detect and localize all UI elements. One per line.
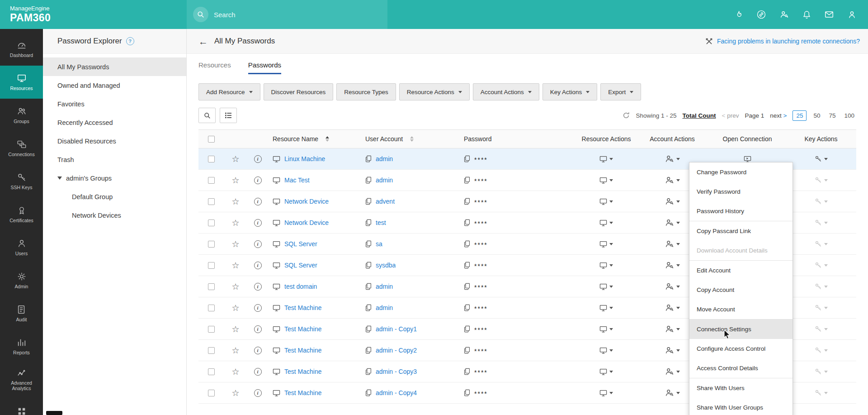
page-size-100[interactable]: 100	[842, 111, 856, 120]
prev-page-button[interactable]: < prev	[722, 112, 739, 119]
menu-item-copy-account[interactable]: Copy Account	[689, 280, 793, 300]
user-account-link[interactable]: sa	[376, 240, 382, 248]
column-header-user-account[interactable]: User Account	[361, 135, 459, 143]
info-icon[interactable]: i	[254, 368, 262, 376]
explorer-item-network-devices[interactable]: Network Devices	[43, 206, 186, 224]
user-account-link[interactable]: admin	[376, 176, 393, 184]
info-icon[interactable]: i	[254, 240, 262, 248]
row-checkbox[interactable]	[208, 156, 215, 162]
info-icon[interactable]: i	[254, 389, 262, 397]
key-actions-dropdown[interactable]	[815, 389, 828, 396]
account-actions-dropdown[interactable]	[665, 197, 680, 206]
favorite-star-icon[interactable]: ☆	[231, 240, 239, 248]
sidebar-item-reports[interactable]: Reports	[0, 330, 43, 363]
resource-name-link[interactable]: Network Device	[284, 198, 329, 205]
page-size-50[interactable]: 50	[811, 111, 822, 120]
account-actions-dropdown[interactable]	[665, 324, 680, 334]
row-checkbox[interactable]	[208, 241, 215, 248]
resource-actions-dropdown[interactable]	[599, 177, 613, 184]
menu-item-password-history[interactable]: Password History	[689, 201, 793, 221]
user-account-link[interactable]: test	[376, 219, 386, 226]
explorer-item-owned-and-managed[interactable]: Owned and Managed	[43, 76, 186, 95]
sort-arrows-icon[interactable]	[326, 136, 329, 142]
favorite-star-icon[interactable]: ☆	[231, 176, 239, 185]
user-account-link[interactable]: admin - Copy2	[376, 347, 417, 354]
menu-item-connection-settings[interactable]: Connection Settings	[689, 320, 793, 339]
row-checkbox[interactable]	[208, 219, 215, 226]
sort-arrows-icon[interactable]	[410, 136, 414, 142]
key-actions-dropdown[interactable]	[815, 198, 828, 205]
menu-item-verify-password[interactable]: Verify Password	[689, 182, 793, 201]
resource-name-link[interactable]: SQL Server	[284, 240, 317, 248]
sidebar-item-admin[interactable]: Admin	[0, 264, 43, 297]
tab-passwords[interactable]: Passwords	[248, 61, 281, 74]
row-checkbox[interactable]	[208, 347, 215, 354]
toolbar-button-account-actions[interactable]: Account Actions	[473, 83, 539, 100]
account-actions-dropdown[interactable]	[665, 367, 680, 377]
favorite-star-icon[interactable]: ☆	[231, 389, 239, 397]
row-checkbox[interactable]	[208, 283, 215, 290]
mail-icon[interactable]	[824, 9, 835, 20]
favorite-star-icon[interactable]: ☆	[231, 304, 239, 312]
sidebar-item-certificates[interactable]: Certificates	[0, 198, 43, 231]
resource-name-link[interactable]: Test Machine	[284, 389, 321, 396]
explorer-item-trash[interactable]: Trash	[43, 150, 186, 169]
info-icon[interactable]: i	[254, 198, 262, 205]
sidebar-item-resources[interactable]: Resources	[0, 66, 43, 99]
favorite-star-icon[interactable]: ☆	[231, 367, 239, 376]
key-actions-dropdown[interactable]	[815, 283, 828, 290]
sidebar-item-connections[interactable]: Connections	[0, 132, 43, 165]
view-toggle-button[interactable]	[220, 108, 237, 123]
favorite-star-icon[interactable]: ☆	[231, 197, 239, 206]
row-checkbox[interactable]	[208, 177, 215, 184]
row-checkbox[interactable]	[208, 390, 215, 396]
account-actions-dropdown[interactable]	[665, 388, 680, 398]
info-icon[interactable]: i	[254, 262, 262, 269]
tab-resources[interactable]: Resources	[198, 61, 231, 74]
menu-item-access-control-details[interactable]: Access Control Details	[689, 358, 793, 378]
account-actions-dropdown[interactable]	[665, 282, 680, 291]
explorer-item-default-group[interactable]: Default Group	[43, 187, 186, 206]
info-icon[interactable]: i	[254, 325, 262, 333]
row-checkbox[interactable]	[208, 305, 215, 311]
page-size-25[interactable]: 25	[793, 110, 807, 121]
resource-name-link[interactable]: test domain	[284, 283, 317, 290]
key-actions-dropdown[interactable]	[815, 240, 828, 248]
resource-actions-dropdown[interactable]	[599, 283, 613, 290]
link-icon[interactable]	[756, 9, 767, 20]
favorite-star-icon[interactable]: ☆	[231, 261, 239, 270]
menu-item-copy-passcard-link[interactable]: Copy Passcard Link	[689, 221, 793, 241]
menu-item-configure-access-control[interactable]: Configure Access Control	[689, 339, 793, 358]
resource-name-link[interactable]: Test Machine	[284, 368, 321, 375]
explorer-item-favorites[interactable]: Favorites	[43, 95, 186, 113]
key-actions-dropdown[interactable]	[815, 368, 828, 375]
toolbar-button-discover-resources[interactable]: Discover Resources	[264, 83, 334, 100]
resource-name-link[interactable]: SQL Server	[284, 262, 317, 269]
info-icon[interactable]: i	[254, 155, 262, 163]
sidebar-item-dashboard[interactable]: Dashboard	[0, 33, 43, 66]
toolbar-button-resource-actions[interactable]: Resource Actions	[399, 83, 470, 100]
account-actions-dropdown[interactable]	[665, 218, 680, 228]
toolbar-button-key-actions[interactable]: Key Actions	[542, 83, 598, 100]
back-arrow-icon[interactable]: ←	[198, 37, 208, 46]
sidebar-item-users[interactable]: Users	[0, 231, 43, 264]
info-icon[interactable]: i	[254, 219, 262, 227]
resource-name-link[interactable]: Test Machine	[284, 325, 321, 333]
resource-actions-dropdown[interactable]	[599, 347, 613, 354]
explorer-item-recently-accessed[interactable]: Recently Accessed	[43, 113, 186, 132]
toolbar-button-add-resource[interactable]: Add Resource	[198, 83, 260, 100]
explorer-item-all-my-passwords[interactable]: All My Passwords	[43, 57, 186, 76]
user-account-link[interactable]: admin	[376, 283, 393, 290]
resource-actions-dropdown[interactable]	[599, 390, 613, 396]
favorite-star-icon[interactable]: ☆	[231, 219, 239, 227]
favorite-star-icon[interactable]: ☆	[231, 346, 239, 355]
resource-actions-dropdown[interactable]	[599, 198, 613, 205]
sidebar-item-ssh-keys[interactable]: SSH Keys	[0, 165, 43, 198]
account-actions-dropdown[interactable]	[665, 176, 680, 185]
page-size-75[interactable]: 75	[827, 111, 837, 120]
info-icon[interactable]: i	[254, 347, 262, 354]
row-checkbox[interactable]	[208, 262, 215, 269]
key-actions-dropdown[interactable]	[815, 155, 828, 162]
resource-actions-dropdown[interactable]	[599, 219, 613, 226]
resource-actions-dropdown[interactable]	[599, 262, 613, 269]
